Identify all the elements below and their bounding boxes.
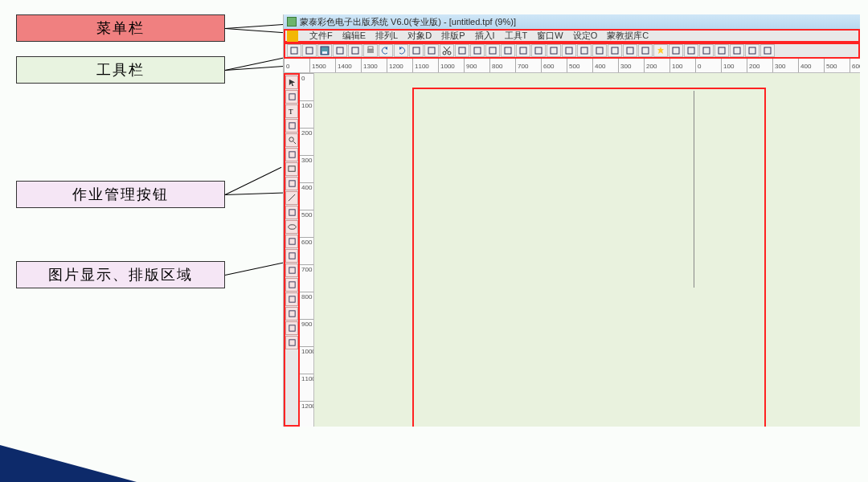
menu-item-database[interactable]: 蒙教据库C bbox=[607, 30, 649, 42]
svg-rect-6 bbox=[367, 49, 374, 53]
ungroup-icon[interactable] bbox=[516, 44, 530, 57]
ruler-tick: 400 bbox=[798, 59, 799, 73]
canvas-layout-area[interactable] bbox=[412, 88, 766, 427]
line-icon[interactable] bbox=[285, 191, 298, 205]
ruler-tick: 300 bbox=[618, 59, 619, 73]
ruler-label: 800 bbox=[492, 63, 502, 70]
text-vertical-icon[interactable] bbox=[285, 119, 298, 133]
to-back-icon[interactable] bbox=[592, 44, 607, 57]
ruler-tick: 100 bbox=[669, 59, 670, 73]
workspace: T 01002003004005006007008009001000110012… bbox=[284, 73, 860, 427]
star-icon[interactable] bbox=[653, 44, 668, 57]
menu-item-window[interactable]: 窗口W bbox=[537, 30, 563, 42]
open-icon[interactable] bbox=[287, 44, 301, 57]
svg-rect-22 bbox=[581, 47, 588, 54]
settings-icon[interactable] bbox=[684, 44, 698, 57]
text-box-icon[interactable] bbox=[285, 177, 298, 190]
menu-item-edit[interactable]: 编辑E bbox=[342, 30, 366, 42]
ruler-label: 400 bbox=[595, 63, 605, 70]
window-title-text: 蒙泰彩色电子出版系统 V6.0(专业版) - [untitled.tpf (9%… bbox=[300, 16, 516, 28]
paste-icon[interactable] bbox=[470, 44, 485, 57]
artboard-icon[interactable] bbox=[745, 44, 760, 57]
menu-bar[interactable]: 文件F 编辑E 排列L 对象D 排版P 插入I 工具T 窗口W 设定O 蒙教据库… bbox=[284, 29, 860, 43]
text-icon[interactable]: T bbox=[285, 104, 298, 118]
leader-line bbox=[225, 28, 288, 33]
select-icon[interactable] bbox=[285, 76, 298, 89]
tile-icon[interactable] bbox=[608, 44, 622, 57]
zoom-icon[interactable] bbox=[285, 133, 298, 147]
ruler-label: 600 bbox=[301, 239, 312, 246]
table-icon[interactable] bbox=[285, 292, 298, 306]
polygon-icon[interactable] bbox=[285, 235, 298, 248]
menu-item-insert[interactable]: 插入I bbox=[475, 30, 495, 42]
menu-item-layout[interactable]: 排版P bbox=[441, 30, 465, 42]
ruler-label: 100 bbox=[301, 102, 312, 109]
ruler-tick: 800 bbox=[300, 292, 314, 292]
svg-rect-5 bbox=[352, 47, 358, 54]
menu-item-file[interactable]: 文件F bbox=[309, 30, 333, 42]
ruler-label: 1100 bbox=[301, 375, 314, 382]
grid-icon[interactable] bbox=[714, 44, 729, 57]
ellipse-frame-icon[interactable] bbox=[285, 220, 298, 234]
align-left-icon[interactable] bbox=[531, 44, 546, 57]
menu-item-settings[interactable]: 设定O bbox=[573, 30, 598, 42]
layers-icon[interactable] bbox=[760, 44, 775, 57]
crop-tool-icon[interactable] bbox=[285, 278, 298, 292]
menu-item-object[interactable]: 对象D bbox=[407, 30, 432, 42]
ruler-tick: 600 bbox=[541, 59, 542, 73]
ruler-label: 500 bbox=[826, 63, 837, 70]
ruler-label: 0 bbox=[286, 63, 289, 70]
undo-icon[interactable] bbox=[379, 44, 393, 57]
zoom-out-icon[interactable] bbox=[424, 44, 439, 57]
text-frame-icon[interactable] bbox=[699, 44, 714, 57]
monitor-icon[interactable] bbox=[302, 44, 317, 57]
bezier-icon[interactable] bbox=[285, 263, 298, 277]
rect-frame-icon[interactable] bbox=[285, 206, 298, 219]
svg-rect-27 bbox=[673, 47, 679, 54]
menu-item-tools[interactable]: 工具T bbox=[505, 30, 528, 42]
import-icon[interactable] bbox=[333, 44, 347, 57]
svg-point-37 bbox=[289, 137, 293, 142]
pan-icon[interactable] bbox=[285, 148, 298, 161]
save-icon[interactable] bbox=[317, 44, 332, 57]
group-icon[interactable] bbox=[501, 44, 515, 57]
svg-rect-16 bbox=[489, 47, 496, 54]
print-icon[interactable] bbox=[363, 44, 378, 57]
curve-icon[interactable] bbox=[285, 307, 298, 321]
window-title-bar[interactable]: 蒙泰彩色电子出版系统 V6.0(专业版) - [untitled.tpf (9%… bbox=[284, 14, 860, 29]
properties-icon[interactable] bbox=[485, 44, 500, 57]
zoom-in-icon[interactable] bbox=[409, 44, 424, 57]
copy-icon[interactable] bbox=[455, 44, 469, 57]
to-front-icon[interactable] bbox=[577, 44, 592, 57]
ruler-tick: 0 bbox=[300, 73, 314, 74]
svg-rect-39 bbox=[289, 152, 294, 157]
ruler-label: 300 bbox=[620, 63, 631, 70]
rectangle-icon[interactable] bbox=[285, 162, 298, 176]
measure-tool-icon[interactable] bbox=[285, 336, 298, 349]
svg-rect-29 bbox=[703, 47, 710, 54]
freeform-icon[interactable] bbox=[285, 321, 298, 335]
ruler-label: 100 bbox=[672, 63, 682, 70]
ruler-tick: 500 bbox=[567, 59, 567, 73]
ruler-tick: 500 bbox=[824, 59, 825, 73]
redo-icon[interactable] bbox=[394, 44, 408, 57]
crop-icon[interactable] bbox=[730, 44, 744, 57]
wave-icon[interactable] bbox=[285, 249, 298, 263]
menu-item-arrange[interactable]: 排列L bbox=[375, 30, 398, 42]
svg-rect-23 bbox=[596, 47, 603, 54]
ruler-label: 700 bbox=[518, 63, 528, 70]
application-window: 蒙泰彩色电子出版系统 V6.0(专业版) - [untitled.tpf (9%… bbox=[283, 14, 860, 427]
svg-rect-15 bbox=[474, 47, 481, 54]
cut-icon[interactable] bbox=[440, 44, 454, 57]
align-center-icon[interactable] bbox=[547, 44, 561, 57]
svg-rect-14 bbox=[459, 47, 465, 54]
align-right-icon[interactable] bbox=[562, 44, 576, 57]
svg-rect-24 bbox=[612, 47, 618, 54]
svg-rect-3 bbox=[322, 51, 327, 54]
direct-select-icon[interactable] bbox=[285, 90, 298, 104]
color-dropper-icon[interactable] bbox=[638, 44, 653, 57]
measure-icon[interactable] bbox=[669, 44, 683, 57]
link-icon[interactable] bbox=[623, 44, 637, 57]
ruler-tick: 1500 bbox=[309, 59, 310, 73]
export-icon[interactable] bbox=[348, 44, 362, 57]
